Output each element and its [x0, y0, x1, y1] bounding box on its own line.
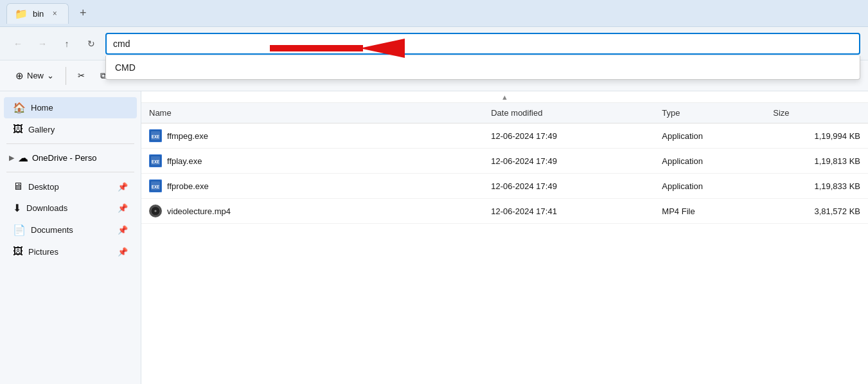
table-row[interactable]: EXEffmpeg.exe12-06-2024 17:49Application… [141, 123, 868, 149]
column-header-date[interactable]: Date modified [483, 103, 654, 123]
red-arrow-annotation [270, 32, 411, 67]
new-label: New [27, 71, 44, 80]
file-date: 12-06-2024 17:49 [483, 174, 654, 199]
onedrive-icon: ☁ [18, 152, 28, 164]
sidebar-item-desktop[interactable]: 🖥 Desktop 📌 [4, 176, 137, 197]
column-header-size[interactable]: Size [765, 103, 868, 123]
folder-icon: 📁 [15, 8, 28, 20]
svg-rect-2 [270, 45, 363, 51]
sidebar-label-documents: Documents [31, 225, 73, 235]
mp4-file-icon [149, 205, 162, 217]
svg-text:EXE: EXE [152, 134, 160, 140]
sidebar-label-onedrive: OneDrive - Perso [32, 153, 96, 163]
sidebar-item-pictures[interactable]: 🖼 Pictures 📌 [4, 241, 137, 262]
column-header-name[interactable]: Name [141, 103, 483, 123]
column-header-type[interactable]: Type [654, 103, 765, 123]
tab-close-button[interactable]: × [49, 8, 60, 19]
main-layout: 🏠 Home 🖼 Gallery ▶ ☁ OneDrive - Perso 🖥 … [0, 91, 868, 384]
desktop-icon: 🖥 [13, 181, 23, 192]
file-size: 1,19,994 KB [765, 123, 868, 149]
autocomplete-dropdown: CMD [105, 56, 860, 80]
tree-arrow-icon: ▶ [9, 154, 14, 162]
svg-marker-1 [360, 39, 405, 58]
table-row[interactable]: EXEffplay.exe12-06-2024 17:49Application… [141, 149, 868, 174]
file-type: MP4 File [654, 199, 765, 224]
new-tab-button[interactable]: + [74, 5, 92, 23]
documents-pin-icon: 📌 [118, 225, 128, 235]
sidebar-divider-1 [6, 143, 134, 144]
table-header-row: Name Date modified Type Size [141, 103, 868, 123]
new-icon: ⊕ [15, 70, 24, 82]
file-size: 1,19,813 KB [765, 149, 868, 174]
sidebar-label-gallery: Gallery [28, 125, 55, 134]
tab-title: bin [33, 9, 44, 19]
file-name: ffprobe.exe [167, 181, 209, 191]
file-name: ffmpeg.exe [167, 131, 208, 141]
title-tab[interactable]: 📁 bin × [6, 3, 69, 24]
exe-file-icon: EXE [149, 129, 162, 142]
sidebar-label-home: Home [31, 103, 53, 113]
title-bar: 📁 bin × + [0, 0, 868, 27]
cut-icon: ✂ [78, 71, 85, 80]
sidebar-divider-2 [6, 172, 134, 172]
downloads-icon: ⬇ [13, 202, 21, 214]
pictures-icon: 🖼 [13, 246, 23, 257]
file-type: Application [654, 149, 765, 174]
file-table: Name Date modified Type Size EXEffmpeg.e… [141, 103, 868, 224]
sidebar-item-home[interactable]: 🏠 Home [4, 97, 137, 118]
content-area: ▲ Name Date modified Type Size EXEffmpeg… [141, 91, 868, 384]
new-button[interactable]: ⊕ New ⌄ [9, 66, 60, 86]
sidebar-item-downloads[interactable]: ⬇ Downloads 📌 [4, 197, 137, 219]
file-name: videolecture.mp4 [167, 206, 231, 216]
file-date: 12-06-2024 17:49 [483, 149, 654, 174]
home-icon: 🏠 [13, 102, 26, 114]
autocomplete-item-cmd[interactable]: CMD [106, 56, 860, 79]
file-type: Application [654, 174, 765, 199]
svg-text:EXE: EXE [152, 185, 160, 190]
up-button[interactable]: ↑ [57, 33, 77, 54]
svg-point-16 [154, 210, 156, 212]
exe-file-icon: EXE [149, 154, 162, 167]
documents-icon: 📄 [13, 224, 26, 236]
sidebar-item-onedrive[interactable]: ▶ ☁ OneDrive - Perso [0, 148, 141, 168]
pictures-pin-icon: 📌 [118, 247, 128, 257]
back-button[interactable]: ← [8, 33, 28, 54]
file-size: 3,81,572 KB [765, 199, 868, 224]
gallery-icon: 🖼 [13, 123, 23, 135]
sort-arrow-up: ▲ [501, 93, 508, 101]
file-type: Application [654, 123, 765, 149]
svg-text:EXE: EXE [152, 160, 160, 165]
downloads-pin-icon: 📌 [118, 203, 128, 213]
exe-file-icon: EXE [149, 179, 162, 192]
sidebar-label-downloads: Downloads [26, 203, 67, 213]
file-size: 1,19,833 KB [765, 174, 868, 199]
cut-button[interactable]: ✂ [71, 67, 91, 84]
forward-button[interactable]: → [32, 33, 53, 54]
sidebar-label-pictures: Pictures [28, 247, 58, 257]
file-date: 12-06-2024 17:49 [483, 123, 654, 149]
table-row[interactable]: EXEffprobe.exe12-06-2024 17:49Applicatio… [141, 174, 868, 199]
sidebar: 🏠 Home 🖼 Gallery ▶ ☁ OneDrive - Perso 🖥 … [0, 91, 141, 384]
sidebar-item-gallery[interactable]: 🖼 Gallery [4, 119, 137, 140]
table-row[interactable]: videolecture.mp412-06-2024 17:41MP4 File… [141, 199, 868, 224]
file-date: 12-06-2024 17:41 [483, 199, 654, 224]
refresh-button[interactable]: ↻ [81, 33, 102, 54]
toolbar-divider [66, 67, 66, 85]
desktop-pin-icon: 📌 [118, 182, 128, 192]
new-dropdown-arrow: ⌄ [47, 71, 54, 80]
file-name: ffplay.exe [167, 156, 202, 166]
sort-indicator: ▲ [141, 91, 868, 103]
sidebar-item-documents[interactable]: 📄 Documents 📌 [4, 219, 137, 241]
address-input[interactable] [105, 33, 860, 55]
nav-bar: ← → ↑ ↻ CMD [0, 27, 868, 60]
address-bar-wrapper: CMD [105, 33, 860, 55]
sidebar-label-desktop: Desktop [28, 182, 59, 192]
